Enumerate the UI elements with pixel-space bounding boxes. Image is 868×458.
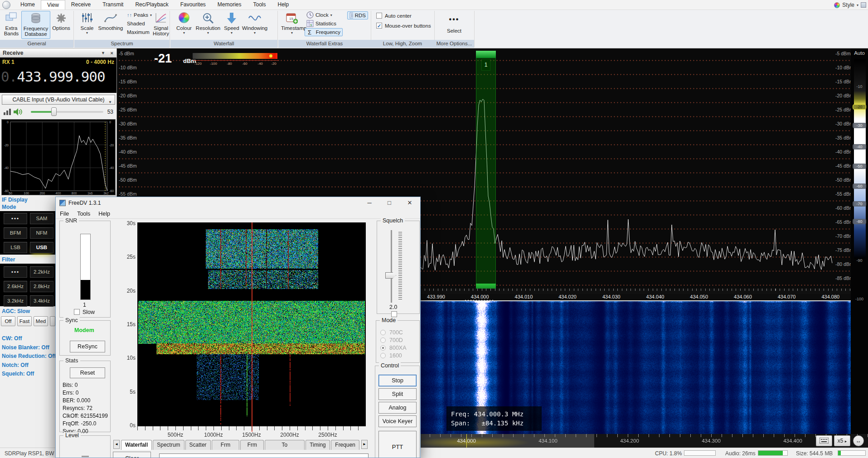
ribbon-tab-view[interactable]: View xyxy=(41,0,65,10)
auto-center-checkbox[interactable] xyxy=(376,13,382,19)
keyboard-entry-button[interactable] xyxy=(816,435,832,446)
agc-label[interactable]: AGC: Slow xyxy=(2,308,30,314)
btn-[interactable]: ••• xyxy=(4,266,27,278)
freedv-menu-tools[interactable]: Tools xyxy=(73,211,94,217)
ribbon-tab-rec-playback[interactable]: Rec/Playback xyxy=(129,0,174,10)
ribbon-tab-receive[interactable]: Receive xyxy=(65,0,97,10)
agc-fast-button[interactable]: Fast xyxy=(17,316,32,326)
tab-scroll-left[interactable]: ◄ xyxy=(113,440,120,449)
mixer-icon[interactable] xyxy=(4,109,12,115)
auto-range-button[interactable]: Auto xyxy=(851,50,868,56)
volume-slider-handle[interactable] xyxy=(51,107,57,116)
maximum-item[interactable]: Maximum xyxy=(125,28,152,36)
freedv-tab-waterfall[interactable]: Waterfall xyxy=(121,440,152,450)
clear-button[interactable]: Clear xyxy=(113,452,151,458)
slow-checkbox[interactable] xyxy=(74,309,80,315)
squelch-slider-track[interactable] xyxy=(391,230,392,303)
freedv-tab-frequen[interactable]: Frequen xyxy=(331,440,359,450)
mouse-over-checkbox[interactable]: ✓ xyxy=(376,23,382,29)
close-button[interactable]: ✕ xyxy=(401,197,419,209)
resync-button[interactable]: ReSync xyxy=(70,341,105,352)
chevron-down-icon[interactable]: ▾ xyxy=(857,3,858,7)
radio-1600[interactable] xyxy=(380,353,386,358)
frequency-database-button[interactable]: Frequency Database xyxy=(21,11,50,39)
toggle-notch[interactable]: Notch: Off xyxy=(2,362,29,368)
toggle-squelch[interactable]: Squelch: Off xyxy=(2,371,34,377)
rx-marker-1[interactable]: 1 xyxy=(481,59,490,71)
audio-device-select[interactable]: CABLE Input (VB-Audio Virtual Cable) ▼ xyxy=(2,95,115,105)
freedv-tab-spectrum[interactable]: Spectrum xyxy=(153,440,184,450)
tuned-frequency[interactable]: 0.433.999.900 xyxy=(1,68,116,85)
agc-more-button[interactable] xyxy=(50,316,55,326)
peaks-item[interactable]: ↑↑Peaks▾ xyxy=(125,11,152,19)
freedv-tab-scatter[interactable]: Scatter xyxy=(185,440,211,450)
close-icon[interactable]: × xyxy=(111,48,113,58)
btn-nfm[interactable]: NFM xyxy=(30,227,53,239)
clock-item[interactable]: Clock▾ xyxy=(305,11,346,19)
freedv-tab-frm-radio[interactable]: Frm Radio xyxy=(212,440,240,450)
freedv-tab-timing-[interactable]: Timing Δ xyxy=(305,440,330,450)
maximize-button[interactable]: □ xyxy=(381,197,398,209)
smoothing-button[interactable]: Smoothing xyxy=(98,11,123,39)
ribbon-tab-transmit[interactable]: Transmit xyxy=(97,0,129,10)
split-button[interactable]: Split xyxy=(378,388,417,400)
freedv-menu-help[interactable]: Help xyxy=(94,211,114,217)
ribbon-tab-favourites[interactable]: Favourites xyxy=(175,0,212,10)
rx-channel-band[interactable] xyxy=(476,51,496,284)
btn-[interactable]: ••• xyxy=(4,213,27,224)
timestamp-button[interactable]: 15Timestamp▾ xyxy=(281,11,303,39)
freedv-tab-to-spkr-hdphns[interactable]: To Spkr/Hdphns xyxy=(265,440,304,450)
range-gradient-slider[interactable] xyxy=(854,59,866,259)
ptt-button[interactable]: PTT xyxy=(378,431,417,458)
voice-keyer-button[interactable]: Voice Keyer xyxy=(378,415,417,427)
statistics-item[interactable]: 9Statistics xyxy=(305,19,346,28)
stop-button[interactable]: Stop xyxy=(378,375,417,386)
toggle-noise-reduction[interactable]: Noise Reduction: Off xyxy=(2,353,56,359)
ribbon-tab-memories[interactable]: Memories xyxy=(212,0,247,10)
radio-800xa[interactable] xyxy=(380,345,386,351)
volume-slider[interactable] xyxy=(31,111,103,113)
freedv-menu-file[interactable]: File xyxy=(56,211,73,217)
rx-channel-cap[interactable] xyxy=(476,51,496,58)
colour-button[interactable]: Colour▾ xyxy=(174,11,194,39)
windowing-button[interactable]: Windowing▾ xyxy=(242,11,267,39)
btn-bfm[interactable]: BFM xyxy=(4,227,27,239)
if-display-label[interactable]: IF Display xyxy=(2,197,28,203)
zoom-factor-button[interactable]: x5 ▸ xyxy=(834,435,850,446)
app-menu-button[interactable] xyxy=(2,1,10,9)
reset-button[interactable]: Reset xyxy=(70,367,105,378)
btn-2.6khz[interactable]: 2.6kHz xyxy=(4,281,27,292)
toggle-noise-blanker[interactable]: Noise Blanker: Off xyxy=(2,344,49,351)
btn-2.8khz[interactable]: 2.8kHz xyxy=(30,281,53,292)
range-label[interactable]: -20 xyxy=(853,104,866,110)
style-button[interactable]: Style xyxy=(842,2,854,8)
extra-bands-button[interactable]: Extra Bands xyxy=(2,11,21,39)
frequency-item[interactable]: ΣFrequency xyxy=(305,28,343,36)
signal-history-button[interactable]: Signal History xyxy=(152,11,170,39)
collapse-icon[interactable]: ▼ xyxy=(101,48,105,58)
select-button[interactable]: •••Select xyxy=(442,13,466,38)
btn-2.2khz[interactable]: 2.2kHz xyxy=(30,266,53,278)
speed-button[interactable]: Speed▾ xyxy=(222,11,241,39)
text-output-field[interactable] xyxy=(159,453,369,458)
resolution-button[interactable]: Resolution▾ xyxy=(195,11,221,39)
ribbon-tab-tools[interactable]: Tools xyxy=(247,0,272,10)
agc-med-button[interactable]: Med xyxy=(34,316,48,326)
squelch-checkbox[interactable] xyxy=(391,311,397,317)
freedv-titlebar[interactable]: FreeDV 1.3.1 ─ □ ✕ xyxy=(56,197,420,209)
btn-usb[interactable]: USB xyxy=(30,242,53,253)
options-button[interactable]: Options xyxy=(51,11,71,39)
expand-span-button[interactable]: ↔ xyxy=(853,435,864,446)
btn-sam[interactable]: SAM xyxy=(30,213,53,224)
radio-700c[interactable] xyxy=(380,330,386,335)
shaded-item[interactable]: Shaded xyxy=(125,19,152,28)
speaker-icon[interactable] xyxy=(14,108,24,116)
ribbon-tab-help[interactable]: Help xyxy=(272,0,295,10)
analog-button[interactable]: Analog xyxy=(378,402,417,414)
ribbon-tab-home[interactable]: Home xyxy=(15,0,41,10)
radio-700d[interactable] xyxy=(380,337,386,343)
btn-3.4khz[interactable]: 3.4kHz xyxy=(30,295,53,307)
scale-button[interactable]: Scale▾ xyxy=(77,11,97,39)
rds-item[interactable]: RDS xyxy=(347,11,368,19)
agc-off-button[interactable]: Off xyxy=(1,316,15,326)
